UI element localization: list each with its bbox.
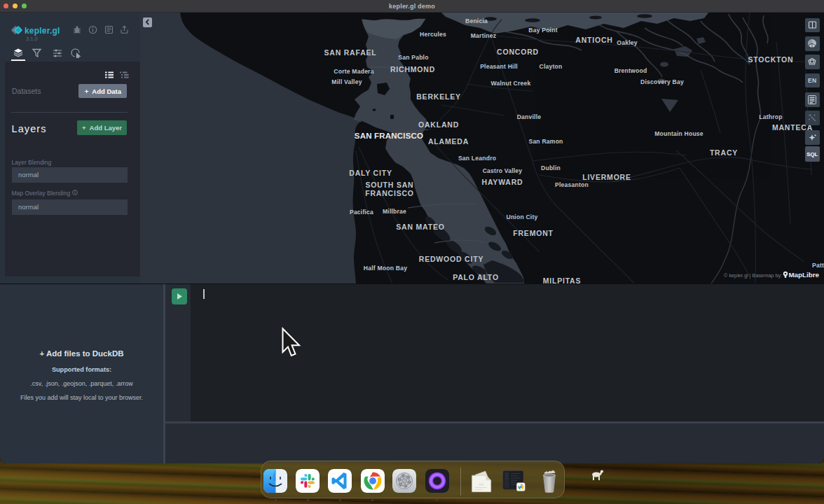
svg-text:SAN FRANCISCO: SAN FRANCISCO	[355, 132, 423, 140]
svg-text:TRACY: TRACY	[710, 148, 738, 157]
svg-text:PALO ALTO: PALO ALTO	[453, 273, 499, 281]
svg-text:Pacifica: Pacifica	[350, 209, 373, 216]
svg-text:San Leandro: San Leandro	[458, 155, 496, 162]
svg-text:Discovery Bay: Discovery Bay	[640, 78, 684, 85]
svg-text:Danville: Danville	[517, 113, 542, 120]
svg-text:Brentwood: Brentwood	[614, 67, 647, 74]
svg-text:MapLibre: MapLibre	[788, 271, 819, 279]
svg-text:Millbrae: Millbrae	[383, 208, 406, 215]
svg-text:STOCKTON: STOCKTON	[748, 55, 794, 64]
svg-text:Corte Madera: Corte Madera	[334, 68, 373, 75]
svg-text:REDWOOD CITY: REDWOOD CITY	[419, 255, 483, 263]
svg-text:Walnut Creek: Walnut Creek	[491, 80, 531, 87]
svg-text:Hercules: Hercules	[420, 31, 446, 38]
svg-text:MILPITAS: MILPITAS	[543, 276, 582, 284]
svg-text:SAN MATEO: SAN MATEO	[396, 223, 444, 231]
svg-text:Union City: Union City	[507, 214, 538, 220]
svg-text:Benicia: Benicia	[465, 18, 488, 24]
svg-text:ALAMEDA: ALAMEDA	[428, 137, 469, 146]
svg-text:RICHMOND: RICHMOND	[390, 65, 435, 74]
svg-text:LIVERMORE: LIVERMORE	[582, 173, 631, 181]
svg-text:Patte: Patte	[812, 262, 824, 269]
svg-text:HAYWARD: HAYWARD	[482, 178, 523, 186]
svg-text:San Pablo: San Pablo	[398, 54, 428, 61]
svg-text:Oakley: Oakley	[617, 39, 637, 46]
svg-text:FRANCISCO: FRANCISCO	[365, 189, 414, 197]
svg-text:San Ramon: San Ramon	[528, 138, 563, 145]
svg-text:Castro Valley: Castro Valley	[483, 167, 523, 174]
svg-text:BERKELEY: BERKELEY	[416, 92, 461, 101]
svg-text:CONCORD: CONCORD	[497, 48, 539, 56]
svg-text:SOUTH SAN: SOUTH SAN	[365, 181, 413, 189]
svg-text:Clayton: Clayton	[540, 63, 563, 70]
svg-text:ANTIOCH: ANTIOCH	[575, 36, 612, 44]
svg-text:SAN RAFAEL: SAN RAFAEL	[324, 48, 376, 57]
svg-text:DALY CITY: DALY CITY	[349, 169, 392, 177]
svg-text:FREMONT: FREMONT	[513, 229, 554, 237]
svg-text:Bay Point: Bay Point	[528, 27, 557, 34]
svg-text:© kepler.gl | Basemap by:: © kepler.gl | Basemap by:	[724, 272, 782, 279]
svg-text:Pleasanton: Pleasanton	[555, 181, 589, 188]
svg-text:Mill Valley: Mill Valley	[331, 78, 362, 85]
svg-text:Lathrop: Lathrop	[759, 113, 782, 120]
svg-text:Martinez: Martinez	[471, 32, 496, 39]
svg-text:Mountain House: Mountain House	[654, 130, 703, 137]
svg-text:Half Moon Bay: Half Moon Bay	[364, 265, 407, 272]
svg-text:OAKLAND: OAKLAND	[418, 120, 459, 129]
svg-text:Dublin: Dublin	[541, 164, 561, 172]
svg-text:Pleasant Hill: Pleasant Hill	[480, 63, 518, 70]
